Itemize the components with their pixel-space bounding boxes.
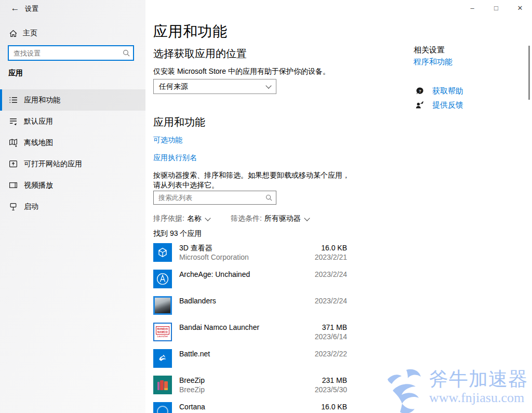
settings-search-input[interactable] — [8, 45, 134, 61]
startup-icon — [8, 202, 18, 211]
app-date: 2023/2/24 — [290, 296, 347, 305]
window-title: 设置 — [25, 4, 38, 14]
website-apps-icon — [8, 159, 18, 169]
give-feedback-link[interactable]: 提供反馈 — [415, 100, 463, 110]
sidebar-item-video-playback[interactable]: 视频播放 — [0, 175, 145, 196]
app-name: BreeZip — [179, 376, 290, 385]
app-name: 3D 查看器 — [179, 243, 290, 252]
home-label: 主页 — [23, 29, 37, 38]
sidebar-item-home[interactable]: 主页 — [5, 26, 135, 41]
app-row-archeage[interactable]: ArcheAge: Unchained 2023/2/24 — [153, 270, 347, 288]
sidebar-item-label: 视频播放 — [24, 181, 53, 190]
minimize-button[interactable]: – — [460, 0, 484, 16]
app-name: Battle.net — [179, 349, 290, 358]
app-date: 2023/6/14 — [290, 332, 347, 341]
install-source-dropdown[interactable]: 任何来源 — [153, 79, 276, 94]
close-button[interactable]: ✕ — [508, 0, 532, 16]
sidebar-item-default-apps[interactable]: 默认应用 — [0, 111, 145, 132]
app-date: 2023/5/30 — [290, 385, 347, 394]
app-name: Cortana — [179, 402, 290, 411]
app-date: 2023/2/21 — [290, 252, 347, 262]
app-date: 2023/2/24 — [290, 270, 347, 279]
cortana-icon — [153, 402, 172, 413]
badlanders-icon — [153, 296, 172, 315]
svg-text:?: ? — [419, 88, 421, 93]
app-row-breezip[interactable]: BreeZip BreeZip 231 MB 2023/5/30 — [153, 376, 347, 394]
app-list-search-input[interactable] — [153, 191, 276, 205]
app-list: 3D 查看器 Microsoft Corporation 16.0 KB 202… — [153, 243, 347, 413]
apps-features-icon — [8, 96, 18, 105]
sidebar-item-label: 默认应用 — [24, 117, 53, 126]
sidebar: ← 设置 主页 应用 应用和功能 — [0, 0, 145, 413]
app-execution-aliases-link[interactable]: 应用执行别名 — [153, 153, 197, 162]
vertical-scrollbar[interactable] — [528, 46, 530, 100]
settings-window: ← 设置 主页 应用 应用和功能 — [0, 0, 532, 413]
bandai-icon-text-line2: NAMCO — [157, 330, 168, 334]
install-source-dropdown-value: 任何来源 — [159, 82, 188, 91]
filter-by-value: 所有驱动器 — [264, 214, 301, 223]
page-title: 应用和功能 — [153, 22, 228, 42]
search-icon — [265, 194, 273, 202]
sidebar-item-offline-maps[interactable]: 离线地图 — [0, 132, 145, 153]
apps-section-description: 按驱动器搜索、排序和筛选。如果想要卸载或移动某个应用，请从列表中选择它。 — [153, 170, 356, 190]
bandai-icon-text-line3: Launcher — [157, 335, 168, 338]
sidebar-item-apps-features[interactable]: 应用和功能 — [0, 89, 145, 111]
breezip-icon — [153, 376, 172, 394]
home-icon — [8, 29, 18, 38]
sidebar-section-label: 应用 — [8, 69, 23, 78]
3d-viewer-icon — [153, 243, 172, 262]
maximize-icon: □ — [494, 4, 498, 12]
app-count: 找到 93 个应用 — [153, 229, 202, 238]
battlenet-icon — [153, 349, 172, 368]
sidebar-item-website-apps[interactable]: 可打开网站的应用 — [0, 153, 145, 175]
sidebar-item-label: 可打开网站的应用 — [24, 159, 82, 169]
app-name: Bandai Namco Launcher — [179, 323, 290, 332]
back-button[interactable]: ← — [7, 2, 23, 15]
feedback-person-icon — [415, 100, 425, 110]
install-source-heading: 选择获取应用的位置 — [153, 47, 247, 61]
minimize-icon: – — [470, 4, 474, 12]
bandai-icon-text-line1: BANDAI — [157, 327, 168, 330]
apps-section-heading: 应用和功能 — [153, 115, 205, 129]
search-icon — [122, 49, 130, 57]
give-feedback-label: 提供反馈 — [432, 100, 463, 110]
offline-maps-icon — [8, 138, 18, 148]
app-list-search — [153, 191, 276, 205]
app-date: 2023/2/22 — [290, 349, 347, 358]
app-row-cortana[interactable]: Cortana 16.0 KB — [153, 402, 347, 413]
optional-features-link[interactable]: 可选功能 — [153, 136, 182, 144]
chevron-down-icon — [265, 83, 271, 88]
watermark-url: www.fnjiasu.com — [429, 391, 528, 405]
help-bubble-icon: ? — [415, 86, 425, 96]
video-playback-icon — [8, 181, 18, 190]
fnjiasu-bull-logo — [385, 368, 426, 413]
filter-by-label: 筛选条件: — [231, 214, 262, 223]
app-row-bandai-namco[interactable]: BANDAI NAMCO Launcher Bandai Namco Launc… — [153, 323, 347, 341]
window-controls: – □ ✕ — [460, 0, 532, 16]
settings-search — [8, 45, 134, 61]
app-name: Badlanders — [179, 296, 290, 305]
maximize-button[interactable]: □ — [484, 0, 508, 16]
sidebar-item-label: 启动 — [24, 202, 38, 211]
close-icon: ✕ — [517, 4, 523, 12]
sidebar-item-label: 离线地图 — [24, 138, 53, 148]
get-help-link[interactable]: ? 获取帮助 — [415, 86, 463, 96]
sidebar-item-startup[interactable]: 启动 — [0, 196, 145, 217]
bandai-namco-icon: BANDAI NAMCO Launcher — [153, 323, 172, 341]
sort-by-dropdown[interactable]: 排序依据: 名称 — [153, 214, 210, 223]
app-row-3d-viewer[interactable]: 3D 查看器 Microsoft Corporation 16.0 KB 202… — [153, 243, 347, 262]
install-source-description: 仅安装 Microsoft Store 中的应用有助于保护你的设备。 — [153, 67, 330, 76]
default-apps-icon — [8, 117, 18, 126]
programs-and-features-link[interactable]: 程序和功能 — [414, 57, 453, 66]
watermark: 斧牛加速器 www.fnjiasu.com — [385, 368, 528, 413]
sort-filter-row: 排序依据: 名称 筛选条件: 所有驱动器 — [153, 214, 309, 223]
app-row-battlenet[interactable]: Battle.net 2023/2/22 — [153, 349, 347, 368]
chevron-down-icon — [205, 215, 210, 221]
archeage-icon — [153, 270, 172, 288]
app-row-badlanders[interactable]: Badlanders 2023/2/24 — [153, 296, 347, 315]
app-size: 231 MB — [290, 376, 347, 385]
app-publisher: BreeZip — [179, 385, 290, 394]
sidebar-nav: 应用和功能 默认应用 离线地图 可打开网站的应用 — [0, 89, 145, 217]
filter-by-dropdown[interactable]: 筛选条件: 所有驱动器 — [231, 214, 309, 223]
related-settings-heading: 相关设置 — [414, 45, 445, 55]
